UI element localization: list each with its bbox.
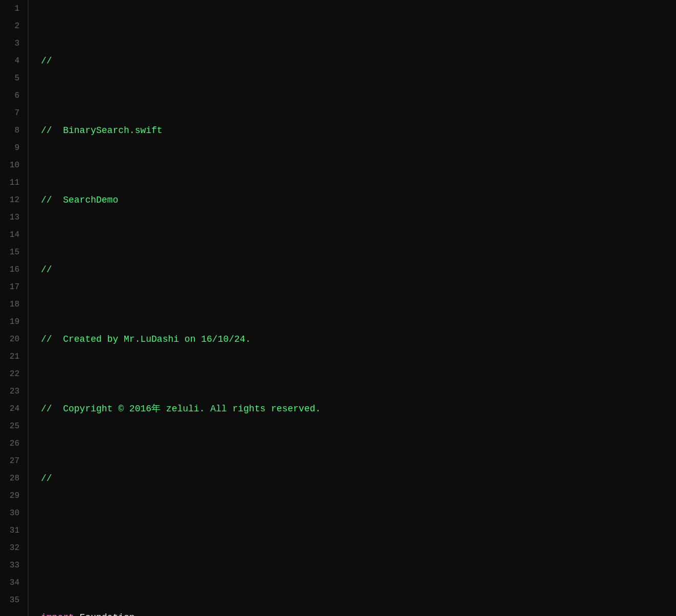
line-numbers: 1 2 3 4 5 6 7 8 9 10 11 12 13 14 15 16 1… bbox=[0, 0, 29, 616]
code-line-4: // bbox=[41, 261, 676, 278]
code-area[interactable]: // // BinarySearch.swift // SearchDemo /… bbox=[29, 0, 676, 616]
code-line-2: // BinarySearch.swift bbox=[41, 122, 676, 139]
code-line-6: // Copyright © 2016年 zeluli. All rights … bbox=[41, 400, 676, 417]
code-line-3: // SearchDemo bbox=[41, 191, 676, 209]
code-line-7: // bbox=[41, 470, 676, 487]
code-line-8 bbox=[41, 539, 676, 557]
code-line-9: import Foundation bbox=[41, 609, 676, 616]
code-editor[interactable]: 1 2 3 4 5 6 7 8 9 10 11 12 13 14 15 16 1… bbox=[0, 0, 676, 616]
code-line-1: // bbox=[41, 52, 676, 70]
code-line-5: // Created by Mr.LuDashi on 16/10/24. bbox=[41, 331, 676, 348]
